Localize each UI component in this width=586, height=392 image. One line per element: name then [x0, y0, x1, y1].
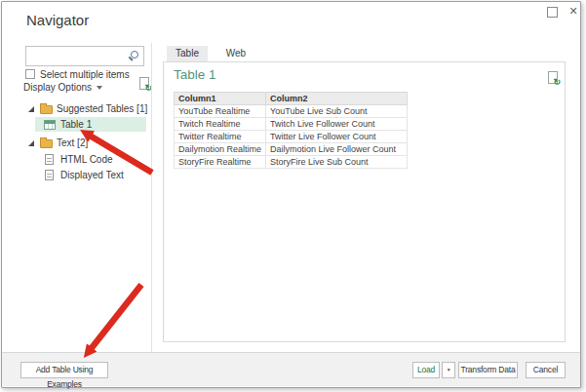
tree-item-table-1[interactable]: Table 1: [23, 118, 148, 133]
display-options-label: Display Options: [23, 82, 92, 93]
preview-title: Table 1: [174, 67, 216, 82]
panel-divider: [151, 43, 152, 352]
tab-web-view[interactable]: Web View: [215, 46, 256, 61]
table-icon: [44, 120, 56, 130]
table-cell: YouTube Live Sub Count: [266, 105, 408, 118]
table-row: Dailymotion Realtime Dailymotion Live Fo…: [175, 143, 408, 156]
select-multiple-checkbox[interactable]: [25, 69, 35, 79]
select-multiple-label: Select multiple items: [40, 69, 130, 80]
tab-table-view[interactable]: Table View: [167, 46, 208, 61]
sidebar-refresh-icon[interactable]: ↻: [138, 77, 151, 91]
tree-expander-icon[interactable]: [28, 140, 34, 146]
document-icon: [45, 154, 54, 165]
tree-item-suggested-tables[interactable]: Suggested Tables [1]: [23, 102, 148, 117]
table-header-row: Column1 Column2: [175, 93, 408, 105]
table-cell: YouTube Realtime: [175, 105, 266, 118]
navigator-dialog: Navigator ✕ Select multiple items Displa…: [0, 0, 586, 392]
table-row: Twitch Realtime Twitch Live Follower Cou…: [175, 118, 408, 131]
dialog-title: Navigator: [26, 12, 89, 28]
load-dropdown-button[interactable]: ▼: [442, 362, 455, 378]
table-cell: StoryFire Live Sub Count: [266, 156, 408, 169]
table-row: Twitter Realtime Twitter Live Follower C…: [175, 131, 408, 143]
tree-item-html-code[interactable]: HTML Code: [23, 153, 148, 168]
cancel-button[interactable]: Cancel: [526, 362, 566, 378]
table-row: StoryFire Realtime StoryFire Live Sub Co…: [175, 156, 408, 169]
tree-expander-icon[interactable]: [28, 106, 34, 112]
table-cell: StoryFire Realtime: [175, 156, 266, 169]
load-button[interactable]: Load: [412, 362, 440, 378]
table-header-cell: Column2: [266, 93, 408, 105]
table-cell: Dailymotion Live Follower Count: [266, 143, 408, 156]
table-cell: Twitter Live Follower Count: [266, 131, 408, 143]
chevron-down-icon: [97, 86, 102, 90]
table-cell: Twitch Live Follower Count: [266, 118, 408, 131]
search-input[interactable]: [28, 49, 130, 65]
search-icon[interactable]: [128, 51, 138, 61]
table-header-cell: Column1: [175, 93, 266, 105]
transform-data-button[interactable]: Transform Data: [458, 362, 518, 378]
tree-item-displayed-text[interactable]: Displayed Text: [23, 169, 148, 183]
display-options-dropdown[interactable]: Display Options: [23, 82, 102, 96]
preview-table: Column1 Column2 YouTube Realtime YouTube…: [174, 92, 408, 169]
add-table-using-examples-button[interactable]: Add Table Using Examples: [20, 362, 108, 378]
table-cell: Twitch Realtime: [175, 118, 266, 131]
search-box: [25, 46, 144, 66]
preview-refresh-icon[interactable]: ↻: [547, 71, 560, 85]
table-cell: Twitter Realtime: [175, 131, 266, 143]
folder-icon: [40, 139, 53, 148]
maximize-icon[interactable]: [547, 7, 558, 18]
folder-icon: [40, 105, 53, 114]
table-row: YouTube Realtime YouTube Live Sub Count: [175, 105, 408, 118]
table-cell: Dailymotion Realtime: [175, 143, 266, 156]
document-icon: [45, 170, 54, 180]
close-icon[interactable]: ✕: [566, 4, 580, 18]
tree-item-text[interactable]: Text [2]: [23, 137, 148, 151]
